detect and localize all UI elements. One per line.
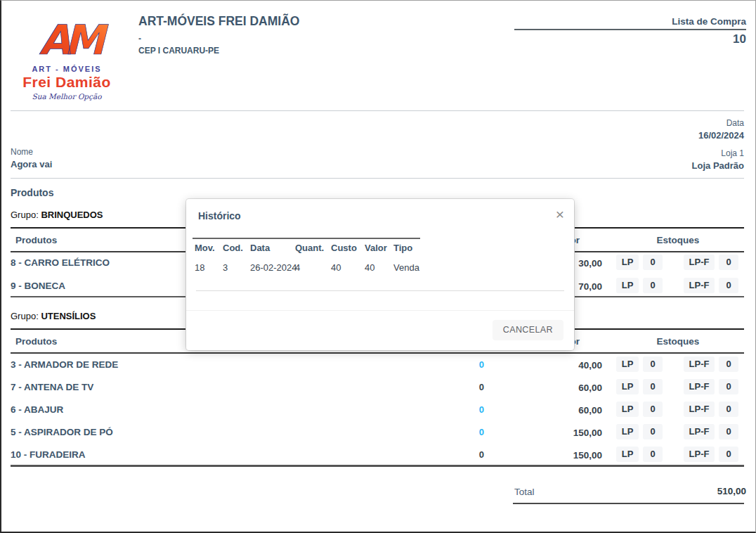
total-label: Total	[514, 487, 535, 497]
cell-cod: 3	[223, 262, 228, 273]
table-row[interactable]: 6 - ABAJUR 0 60,00 LP 0 LP-F 0	[1, 398, 755, 420]
product-valor: 60,00	[553, 405, 602, 416]
lp-qty-chip: 0	[643, 278, 663, 293]
table-row[interactable]: 3 - ARMADOR DE REDE 0 40,00 LP 0 LP-F 0	[1, 353, 755, 375]
stock-chips: LP 0 LP-F 0	[616, 357, 738, 372]
col-header-data: Data	[250, 243, 270, 253]
table-row[interactable]: 5 - ASPIRADOR DE PÓ 0 150,00 LP 0 LP-F 0	[1, 420, 755, 443]
historico-dialog: Histórico × Mov. Cod. Data Quant. Custo …	[186, 199, 574, 350]
stock-chips: LP 0 LP-F 0	[616, 379, 738, 394]
dialog-row-divider	[196, 290, 564, 291]
date-block: Data 16/02/2024	[698, 118, 744, 141]
lp-chip: LP	[616, 357, 639, 372]
col-header-cod: Cod.	[223, 243, 243, 253]
customer-name: Agora vai	[11, 159, 52, 169]
logo-art-moveis-text: ART - MÓVEIS	[20, 65, 114, 73]
document-reference: Lista de Compra 10	[514, 16, 746, 46]
company-logo: AM ART - MÓVEIS Frei Damião Sua Melhor O…	[20, 18, 114, 101]
lpf-qty-chip: 0	[719, 379, 738, 394]
column-header-produtos: Produtos	[15, 336, 57, 347]
product-quantity[interactable]: 0	[437, 449, 484, 460]
svg-text:AM: AM	[39, 18, 109, 61]
lpf-chip: LP-F	[684, 402, 715, 417]
table-row[interactable]: 7 - ANTENA DE TV 0 60,00 LP 0 LP-F 0	[1, 375, 755, 398]
lp-chip: LP	[616, 278, 639, 293]
store-block: Loja 1 Loja Padrão	[692, 148, 744, 171]
info-divider	[11, 178, 744, 179]
lp-qty-chip: 0	[643, 357, 663, 372]
company-address: -	[138, 34, 299, 44]
col-header-quant: Quant.	[295, 243, 324, 253]
product-quantity[interactable]: 0	[437, 427, 484, 437]
col-header-custo: Custo	[331, 243, 357, 253]
document-number: 10	[514, 32, 746, 46]
table-row[interactable]: 10 - FURADEIRA 0 150,00 LP 0 LP-F 0	[1, 443, 755, 465]
product-name: 3 - ARMADOR DE REDE	[11, 359, 118, 370]
column-header-produtos: Produtos	[15, 235, 57, 245]
table-bottom-line	[11, 465, 744, 467]
dialog-title: Histórico	[198, 210, 241, 221]
am-monogram-icon: AM	[22, 18, 111, 61]
lpf-chip: LP-F	[684, 278, 715, 293]
product-valor: 60,00	[553, 383, 602, 393]
lpf-qty-chip: 0	[719, 357, 738, 372]
product-name: 9 - BONECA	[11, 281, 65, 291]
company-block: ART-MÓVEIS FREI DAMIÃO - CEP I CARUARU-P…	[138, 14, 299, 56]
stock-chips: LP 0 LP-F 0	[616, 424, 738, 439]
col-header-mov: Mov.	[195, 243, 215, 253]
group-label: Grupo:	[11, 210, 39, 220]
column-header-estoques: Estoques	[611, 336, 745, 347]
lp-chip: LP	[616, 255, 639, 270]
group-name: BRINQUEDOS	[41, 210, 103, 220]
lpf-qty-chip: 0	[719, 447, 738, 462]
document-type-label: Lista de Compra	[514, 16, 746, 30]
cell-custo: 40	[331, 262, 341, 273]
lp-qty-chip: 0	[643, 402, 663, 417]
product-name: 8 - CARRO ELÉTRICO	[11, 257, 110, 268]
lpf-chip: LP-F	[684, 379, 715, 394]
company-cep: CEP I CARUARU-PE	[138, 46, 299, 56]
lpf-qty-chip: 0	[719, 278, 738, 293]
products-section-title: Produtos	[11, 187, 53, 198]
stock-chips: LP 0 LP-F 0	[616, 447, 738, 462]
lp-chip: LP	[616, 402, 639, 417]
close-icon[interactable]: ×	[556, 207, 564, 221]
logo-frei-damiao-text: Frei Damião	[20, 74, 114, 91]
lp-qty-chip: 0	[643, 424, 663, 439]
cell-data: 26-02-2024	[250, 262, 297, 273]
product-quantity[interactable]: 0	[437, 359, 484, 370]
lp-qty-chip: 0	[643, 379, 663, 394]
date-value: 16/02/2024	[698, 130, 744, 141]
cell-mov: 18	[195, 262, 204, 273]
lp-qty-chip: 0	[643, 447, 663, 462]
product-valor: 40,00	[553, 360, 602, 371]
lp-chip: LP	[616, 447, 639, 462]
lpf-qty-chip: 0	[719, 402, 738, 417]
product-name: 10 - FURADEIRA	[11, 449, 86, 460]
customer-label: Nome	[11, 147, 52, 157]
group-header-utensilios: Grupo: UTENSÍLIOS	[11, 311, 96, 321]
header-divider	[11, 110, 744, 111]
group-name: UTENSÍLIOS	[41, 311, 96, 321]
lp-chip: LP	[616, 379, 639, 394]
dialog-table-top-line	[193, 238, 420, 239]
product-quantity[interactable]: 0	[437, 382, 484, 392]
product-quantity[interactable]: 0	[437, 404, 484, 415]
lpf-qty-chip: 0	[719, 255, 738, 270]
stock-chips: LP 0 LP-F 0	[616, 402, 738, 417]
logo-tagline: Sua Melhor Opção	[20, 92, 114, 101]
total-underline	[513, 503, 744, 504]
cell-tipo: Venda	[393, 262, 419, 273]
date-label: Data	[698, 118, 744, 128]
product-name: 5 - ASPIRADOR DE PÓ	[11, 427, 113, 437]
store-label: Loja 1	[692, 148, 744, 158]
stock-chips: LP 0 LP-F 0	[616, 255, 738, 270]
group-header-brinquedos: Grupo: BRINQUEDOS	[11, 210, 103, 220]
dialog-footer-divider	[186, 310, 574, 311]
cancel-button[interactable]: CANCELAR	[493, 320, 563, 340]
product-valor: 150,00	[553, 450, 602, 461]
product-name: 7 - ANTENA DE TV	[11, 382, 93, 392]
customer-block: Nome Agora vai	[11, 147, 52, 169]
stock-chips: LP 0 LP-F 0	[616, 278, 738, 293]
store-name: Loja Padrão	[692, 160, 744, 171]
